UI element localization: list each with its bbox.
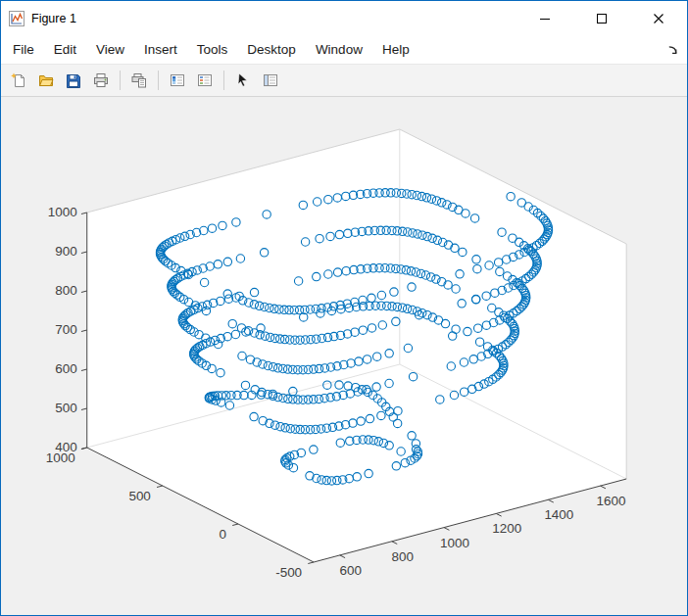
print-preview-icon xyxy=(131,72,147,88)
menu-item-help[interactable]: Help xyxy=(372,35,419,64)
maximize-button[interactable] xyxy=(573,1,630,35)
menu-item-tools[interactable]: Tools xyxy=(187,35,238,64)
figure-window: Figure 1 FileEditViewInsertToolsDesktopW… xyxy=(0,0,688,616)
insert-legend-button[interactable] xyxy=(192,68,218,93)
axes-3d[interactable]: 6008001000120014001600-50005001000400500… xyxy=(1,97,687,615)
close-button[interactable] xyxy=(630,1,687,35)
z-axis-tick-label: 1000 xyxy=(48,205,77,219)
print-figure-icon xyxy=(93,72,109,88)
save-figure-button[interactable] xyxy=(61,68,86,93)
edit-plot-button[interactable] xyxy=(230,68,256,93)
dock-figure-icon[interactable] xyxy=(666,43,679,61)
z-axis-tick-label: 400 xyxy=(55,440,76,454)
z-axis-tick-label: 600 xyxy=(55,361,76,376)
insert-colorbar-icon xyxy=(170,72,185,88)
toolbar xyxy=(1,65,687,97)
z-axis-tick-label: 500 xyxy=(55,401,76,415)
z-axis-tick-label: 700 xyxy=(55,322,76,337)
property-inspector-icon xyxy=(263,72,278,88)
close-icon xyxy=(653,13,664,24)
menu-item-edit[interactable]: Edit xyxy=(44,35,86,64)
menu-item-window[interactable]: Window xyxy=(306,35,372,64)
x-axis-tick-label: 1600 xyxy=(597,494,626,508)
save-figure-icon xyxy=(66,72,81,88)
new-figure-icon xyxy=(11,72,26,88)
menu-item-file[interactable]: File xyxy=(3,35,44,64)
figure-canvas[interactable]: 6008001000120014001600-50005001000400500… xyxy=(1,97,687,615)
toolbar-separator xyxy=(223,71,224,90)
x-axis-tick-label: 1200 xyxy=(492,521,521,536)
insert-colorbar-button[interactable] xyxy=(165,68,190,93)
property-inspector-button[interactable] xyxy=(258,68,283,93)
y-axis-tick-label: -500 xyxy=(275,565,302,580)
insert-legend-icon xyxy=(197,72,213,88)
x-axis-tick-label: 1400 xyxy=(544,507,573,522)
z-axis-tick-label: 800 xyxy=(55,283,76,298)
titlebar: Figure 1 xyxy=(1,1,687,35)
z-axis-tick-label: 900 xyxy=(55,244,76,259)
open-file-icon xyxy=(38,72,54,88)
figure-icon xyxy=(9,11,25,26)
minimize-button[interactable] xyxy=(516,1,573,35)
edit-plot-icon xyxy=(235,72,251,88)
window-controls xyxy=(516,1,687,35)
print-figure-button[interactable] xyxy=(88,68,114,93)
new-figure-button[interactable] xyxy=(6,68,31,93)
x-axis-tick-label: 600 xyxy=(339,563,361,578)
open-file-button[interactable] xyxy=(33,68,59,93)
minimize-icon xyxy=(539,13,551,24)
print-preview-button[interactable] xyxy=(126,68,152,93)
toolbar-separator xyxy=(158,71,159,90)
x-axis-tick-label: 1000 xyxy=(440,536,469,550)
menubar: FileEditViewInsertToolsDesktopWindowHelp xyxy=(1,35,687,65)
x-axis-tick-label: 800 xyxy=(392,549,414,564)
toolbar-separator xyxy=(120,71,121,90)
y-axis-tick-label: 0 xyxy=(220,527,226,542)
y-axis-tick-label: 500 xyxy=(128,489,150,503)
maximize-icon xyxy=(596,13,608,24)
menu-item-insert[interactable]: Insert xyxy=(134,35,187,64)
window-title: Figure 1 xyxy=(31,12,76,25)
menu-item-view[interactable]: View xyxy=(86,35,134,64)
menu-item-desktop[interactable]: Desktop xyxy=(237,35,306,64)
